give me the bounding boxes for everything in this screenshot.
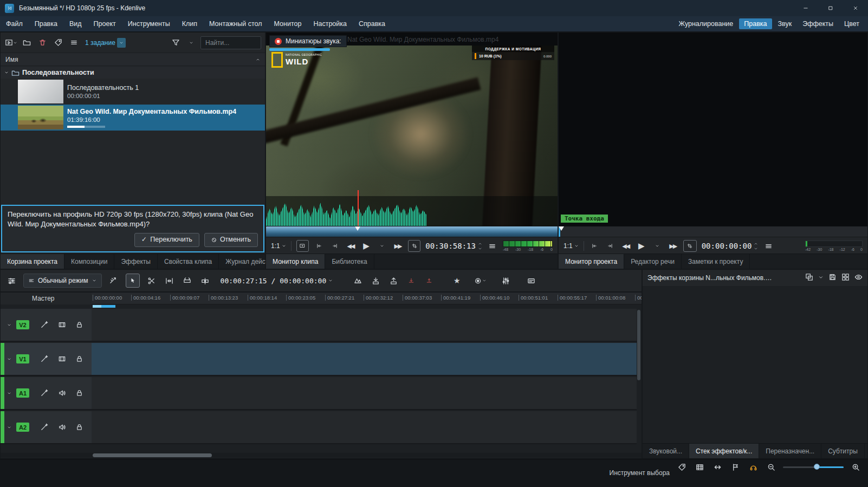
clip-monitor-seekbar[interactable] xyxy=(266,226,558,237)
abort-job-icon[interactable] xyxy=(275,38,282,45)
audio-monitor-headphones-icon[interactable] xyxy=(747,461,759,473)
jobs-indicator[interactable]: 1 задание xyxy=(85,38,126,48)
timeline-horizontal-scrollbar[interactable] xyxy=(1,453,642,458)
zone-in-button[interactable] xyxy=(589,240,600,252)
tab-compositions[interactable]: Композиции xyxy=(64,254,114,269)
bin-clip-row-selected[interactable]: Nat Geo Wild. Мир Документальных Фильмов… xyxy=(1,105,265,131)
close-button[interactable] xyxy=(843,0,868,16)
master-button[interactable]: Мастер xyxy=(32,295,55,302)
timeline-ruler[interactable]: 00:00:00:00 00:00:04:16 00:00:09:07 00:0… xyxy=(92,293,642,304)
lift-zone-icon[interactable] xyxy=(423,275,435,287)
project-monitor-seekbar[interactable] xyxy=(559,226,867,237)
menu-settings[interactable]: Настройка xyxy=(307,16,353,31)
compare-icon[interactable] xyxy=(805,273,813,283)
track-effects-icon[interactable] xyxy=(41,321,49,329)
show-keyframes-eye-icon[interactable] xyxy=(854,273,863,283)
lock-track-icon[interactable] xyxy=(75,389,83,397)
hide-track-icon[interactable] xyxy=(58,355,66,363)
seek-playhead-marker[interactable] xyxy=(559,226,564,231)
multicam-tool-icon[interactable] xyxy=(108,275,120,287)
chevron-down-icon[interactable] xyxy=(328,278,333,283)
save-effect-icon[interactable] xyxy=(828,273,837,283)
menu-help[interactable]: Справка xyxy=(353,16,391,31)
minimize-button[interactable] xyxy=(793,0,818,16)
layout-color[interactable]: Цвет xyxy=(839,18,864,29)
tab-clip-properties[interactable]: Свойства клипа xyxy=(158,254,219,269)
zoom-in-icon[interactable] xyxy=(850,461,861,473)
selection-tool-button[interactable] xyxy=(126,274,140,288)
flag-marker-icon[interactable] xyxy=(729,461,741,473)
bin-folder-row[interactable]: Последовательности xyxy=(1,67,265,79)
timeline-position-timecode[interactable]: 00:00:27:15 / 00:00:00:00 xyxy=(221,277,327,285)
menu-view[interactable]: Вид xyxy=(63,16,88,31)
menu-file[interactable]: Файл xyxy=(0,16,29,31)
insert-zone-icon[interactable] xyxy=(370,275,381,287)
zoom-slider-thumb[interactable] xyxy=(814,464,820,470)
tab-project-notes[interactable]: Заметки к проекту xyxy=(682,254,750,269)
collapse-chevron-icon[interactable] xyxy=(7,391,11,395)
clip-monitor-timecode[interactable]: 00:30:58:13 xyxy=(425,242,476,250)
monitor-menu-button[interactable] xyxy=(763,240,774,252)
snap-toggle-icon[interactable] xyxy=(711,461,723,473)
tab-clip-monitor[interactable]: Монитор клипа xyxy=(266,254,325,269)
presets-grid-icon[interactable] xyxy=(841,273,850,283)
play-button[interactable]: ▶ xyxy=(361,240,372,252)
menu-edit[interactable]: Правка xyxy=(29,16,63,31)
lock-track-icon[interactable] xyxy=(75,423,83,431)
track-target-chip[interactable]: V1 xyxy=(16,354,29,363)
subtitles-icon[interactable] xyxy=(525,275,537,287)
bin-menu-button[interactable] xyxy=(67,36,80,49)
filter-chevron-icon[interactable] xyxy=(185,36,198,49)
hide-track-icon[interactable] xyxy=(58,321,66,329)
menu-project[interactable]: Проект xyxy=(88,16,122,31)
mute-track-icon[interactable] xyxy=(58,389,66,397)
mix-clips-icon[interactable] xyxy=(352,275,364,287)
ripple-tool-icon[interactable] xyxy=(199,275,211,287)
play-button[interactable]: ▶ xyxy=(636,240,647,252)
monitor-overlay-button[interactable] xyxy=(296,240,309,252)
track-header-v1[interactable]: V1 xyxy=(1,343,92,376)
rewind-button[interactable]: ◀◀ xyxy=(620,240,631,252)
track-lane-v1[interactable] xyxy=(92,343,637,376)
search-input[interactable] xyxy=(200,36,261,49)
tab-project-bin[interactable]: Корзина проекта xyxy=(1,254,64,269)
collapse-chevron-icon[interactable] xyxy=(7,425,11,430)
track-header-a2[interactable]: A2 xyxy=(1,411,92,444)
favorite-effects-icon[interactable]: ★ xyxy=(451,275,463,287)
thumbnails-toggle-icon[interactable] xyxy=(694,461,705,473)
mixer-icon[interactable] xyxy=(500,275,511,287)
create-folder-button[interactable] xyxy=(20,36,33,49)
tab-library[interactable]: Библиотека xyxy=(325,254,374,269)
layout-effects[interactable]: Эффекты xyxy=(798,18,838,29)
timecode-spinner[interactable] xyxy=(478,242,482,251)
timeline-vertical-scrollbar[interactable] xyxy=(637,309,641,444)
timeline-zone-bar[interactable] xyxy=(93,305,101,308)
timeline-zone-bar[interactable] xyxy=(101,305,115,308)
cancel-button[interactable]: Отменить xyxy=(204,233,258,247)
tab-subtitles[interactable]: Субтитры xyxy=(821,444,865,458)
add-clip-button[interactable] xyxy=(4,36,17,49)
tab-project-monitor[interactable]: Монитор проекта xyxy=(559,254,624,269)
zone-mode-button[interactable] xyxy=(408,240,420,252)
layout-logging[interactable]: Журналирование xyxy=(673,18,738,29)
project-monitor-timecode[interactable]: 00:00:00:00 xyxy=(702,242,752,250)
lock-track-icon[interactable] xyxy=(75,355,83,363)
switch-profile-button[interactable]: ✓ Переключить xyxy=(134,233,199,247)
tab-audio-mixer[interactable]: Звуковой... xyxy=(643,444,689,458)
zoom-out-icon[interactable] xyxy=(765,461,777,473)
track-target-chip[interactable]: A1 xyxy=(16,388,29,398)
bin-name-header[interactable]: Имя xyxy=(1,53,265,66)
delete-button[interactable] xyxy=(36,36,49,49)
maximize-button[interactable] xyxy=(818,0,843,16)
menu-tools[interactable]: Инструменты xyxy=(122,16,176,31)
tab-speech-editor[interactable]: Редактор речи xyxy=(624,254,682,269)
monitor-zoom-select[interactable]: 1:1 xyxy=(271,242,286,250)
collapse-chevron-icon[interactable] xyxy=(7,323,11,327)
menu-clip[interactable]: Клип xyxy=(176,16,203,31)
rewind-button[interactable]: ◀◀ xyxy=(345,240,356,252)
timeline-zoom-slider[interactable] xyxy=(783,462,844,472)
forward-button[interactable]: ▶▶ xyxy=(668,240,678,252)
filter-button[interactable] xyxy=(169,36,182,49)
play-options-chevron-icon[interactable] xyxy=(377,240,387,252)
overwrite-zone-icon[interactable] xyxy=(405,275,417,287)
